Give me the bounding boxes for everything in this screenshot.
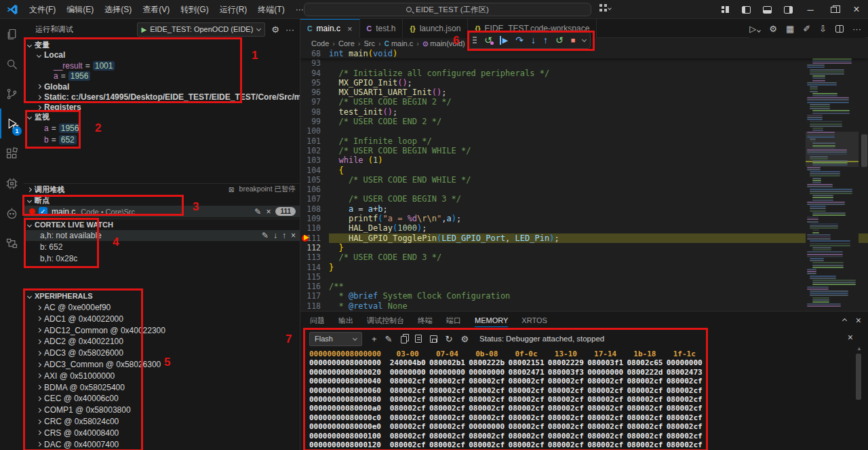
xperipheral-item[interactable]: BDMA @ 0x58025400 xyxy=(24,382,300,393)
line-number[interactable]: 106 xyxy=(300,185,329,194)
move-up-icon[interactable]: ↑ xyxy=(282,231,286,240)
variable-row[interactable]: Local xyxy=(24,50,300,60)
livewatch-row[interactable]: a,h: not available✎↓↑× xyxy=(24,230,300,241)
code-line[interactable]: 98 test_init(); xyxy=(300,107,868,117)
breadcrumb-item[interactable]: Code xyxy=(311,39,329,48)
panel-tab-问题[interactable]: 问题 xyxy=(310,312,325,329)
xperipheral-item[interactable]: ADC3 @ 0x58026000 xyxy=(24,348,300,358)
xperipheral-item[interactable]: ADC2 @ 0x40022100 xyxy=(24,336,300,347)
add-icon[interactable]: + xyxy=(372,334,377,344)
move-down-icon[interactable]: ↓ xyxy=(273,231,277,240)
line-number[interactable]: 108 xyxy=(300,204,329,214)
variable-row[interactable]: Static: c:/Users/14995/Desktop/EIDE_TEST… xyxy=(24,92,300,102)
tab-close-icon[interactable]: × xyxy=(347,24,353,34)
line-number[interactable]: 95 xyxy=(300,78,329,88)
code-line[interactable]: 108 a = a+b; xyxy=(300,204,868,214)
source-control-icon[interactable] xyxy=(0,79,24,109)
step-over-icon[interactable]: ↷ xyxy=(515,35,524,45)
xperipheral-item[interactable]: AXI @ 0x51000000 xyxy=(24,371,300,381)
toggle-panel-icon[interactable] xyxy=(763,6,772,14)
search-icon[interactable] xyxy=(0,49,24,79)
xperipheral-item[interactable]: AC @ 0xe000ef90 xyxy=(24,302,300,313)
panel-maximize-icon[interactable] xyxy=(842,318,847,322)
restart-icon[interactable]: ↺ xyxy=(555,35,564,45)
run-and-debug-icon[interactable]: 1 xyxy=(0,109,24,138)
line-number[interactable]: 99 xyxy=(300,117,329,126)
variable-row[interactable]: __result=1001 xyxy=(24,60,300,71)
callstack-header[interactable]: 调用堆栈 ⊠ breakpoint 已暂停 xyxy=(24,183,300,195)
breadcrumb-item[interactable]: ⊙main(void) xyxy=(422,39,465,48)
line-number[interactable]: 110 xyxy=(300,223,329,233)
line-number[interactable]: 101 xyxy=(300,136,329,146)
edit-icon[interactable]: ✎ xyxy=(262,231,269,240)
line-number[interactable]: 105 xyxy=(300,175,329,185)
line-number[interactable]: 103 xyxy=(300,155,329,165)
watch-header[interactable]: 监视 xyxy=(24,111,300,122)
refresh-icon[interactable]: ↻ xyxy=(446,334,453,344)
launch-config-dropdown[interactable]: ▶ EIDE_TEST: OpenOCD (EIDE) xyxy=(137,22,265,37)
livewatch-row[interactable]: b: 652 xyxy=(24,242,300,252)
code-line[interactable]: 109 printf("a = %d\r\n",a); xyxy=(300,214,868,223)
line-number[interactable]: 97 xyxy=(300,97,329,107)
build-icon[interactable]: ▦ xyxy=(786,24,794,34)
code-line[interactable]: 116/** xyxy=(300,282,868,291)
chevron-down-icon[interactable] xyxy=(582,37,587,41)
livewatch-row[interactable]: b,h: 0x28c xyxy=(24,253,300,264)
code-line[interactable]: 95 MX_GPIO_Init(); xyxy=(300,78,868,88)
code-line[interactable]: 111 HAL_GPIO_TogglePin(LED_GPIO_Port, LE… xyxy=(300,233,868,243)
menu-item-F[interactable]: 文件(F) xyxy=(24,5,61,14)
split-editor-icon[interactable] xyxy=(835,25,844,33)
remove-icon[interactable]: × xyxy=(291,231,296,240)
xperipherals-header[interactable]: XPERIPHERALS xyxy=(24,290,300,301)
panel-tab-终端[interactable]: 终端 xyxy=(418,312,433,329)
panel-close-icon[interactable]: × xyxy=(856,315,861,326)
code-line[interactable]: 115 xyxy=(300,272,868,282)
code-line[interactable]: 102 /* USER CODE BEGIN WHILE */ xyxy=(300,146,868,155)
code-line[interactable]: 97 /* USER CODE BEGIN 2 */ xyxy=(300,97,868,107)
code-line[interactable]: 114} xyxy=(300,263,868,272)
gear-icon[interactable]: ⚙ xyxy=(460,334,469,344)
tab-main.c[interactable]: Cmain.c× xyxy=(300,19,360,38)
save-icon[interactable] xyxy=(430,335,437,343)
code-line[interactable]: 118 * @retval None xyxy=(300,301,868,311)
breadcrumb-item[interactable]: Cmain.c xyxy=(384,39,414,48)
menu-item-E[interactable]: 编辑(E) xyxy=(61,5,99,14)
xperipheral-item[interactable]: CRC @ 0x58024c00 xyxy=(24,416,300,427)
line-number[interactable]: 109 xyxy=(300,214,329,223)
xperipheral-item[interactable]: ADC3_Common @ 0x58026300 xyxy=(24,359,300,370)
breakpoint-checkbox[interactable]: ✓ xyxy=(39,207,47,216)
tab-launch.json[interactable]: {}launch.json xyxy=(403,19,468,38)
code-line[interactable]: 94 /* Initialize all configured peripher… xyxy=(300,69,868,78)
menu-item-S[interactable]: 选择(S) xyxy=(99,5,137,14)
line-number[interactable]: 102 xyxy=(300,146,329,155)
breadcrumb-item[interactable]: Core xyxy=(338,39,355,48)
xperipheral-item[interactable]: ADC12_Common @ 0x40022300 xyxy=(24,325,300,336)
memory-region-select[interactable]: Flash xyxy=(309,332,362,346)
explorer-icon[interactable] xyxy=(0,19,24,49)
breakpoints-header[interactable]: 断点 xyxy=(24,195,300,206)
close-button[interactable]: × xyxy=(845,0,868,19)
code-line[interactable]: 101 /* Infinite loop */ xyxy=(300,136,868,146)
memory-close-icon[interactable]: × xyxy=(848,332,853,343)
code-line[interactable]: 103 while (1) xyxy=(300,155,868,165)
code-line[interactable]: 107 /* USER CODE BEGIN 3 */ xyxy=(300,194,868,204)
line-number[interactable]: 113 xyxy=(300,252,329,262)
menu-item-G[interactable]: 转到(G) xyxy=(175,5,214,14)
memory-scrollbar[interactable] xyxy=(856,354,861,400)
line-number[interactable]: 96 xyxy=(300,88,329,97)
copy-icon[interactable] xyxy=(401,336,407,343)
toggle-secondary-sidebar-icon[interactable] xyxy=(784,6,793,14)
customize-layout-icon[interactable] xyxy=(722,5,730,14)
menu-item-R[interactable]: 运行(R) xyxy=(214,5,253,14)
clean-icon[interactable]: ✐ xyxy=(803,24,810,34)
menu-item-V[interactable]: 查看(V) xyxy=(137,5,175,14)
watch-row[interactable]: b=652 xyxy=(24,134,300,145)
start-debug-icon[interactable]: ▶ xyxy=(138,26,150,33)
line-number[interactable]: 112 xyxy=(300,243,329,252)
panel-tab-端口[interactable]: 端口 xyxy=(446,312,461,329)
minimize-button[interactable]: ─ xyxy=(799,0,822,19)
panel-tab-XRTOS[interactable]: XRTOS xyxy=(521,312,547,329)
editor-scrollbar[interactable] xyxy=(861,134,867,167)
line-number[interactable]: 68 xyxy=(300,49,329,58)
remove-icon[interactable]: × xyxy=(266,207,271,217)
